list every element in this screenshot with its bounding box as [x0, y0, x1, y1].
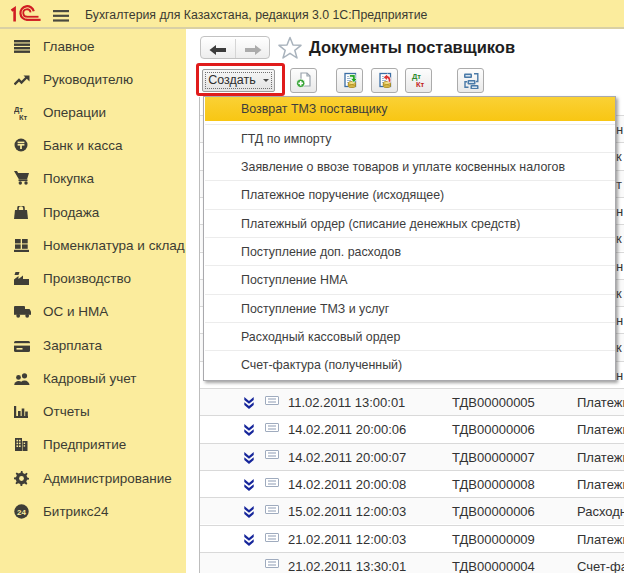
svg-text:Кт: Кт: [416, 80, 425, 88]
svg-text:Кт: Кт: [19, 113, 28, 121]
svg-text:24: 24: [17, 507, 26, 516]
